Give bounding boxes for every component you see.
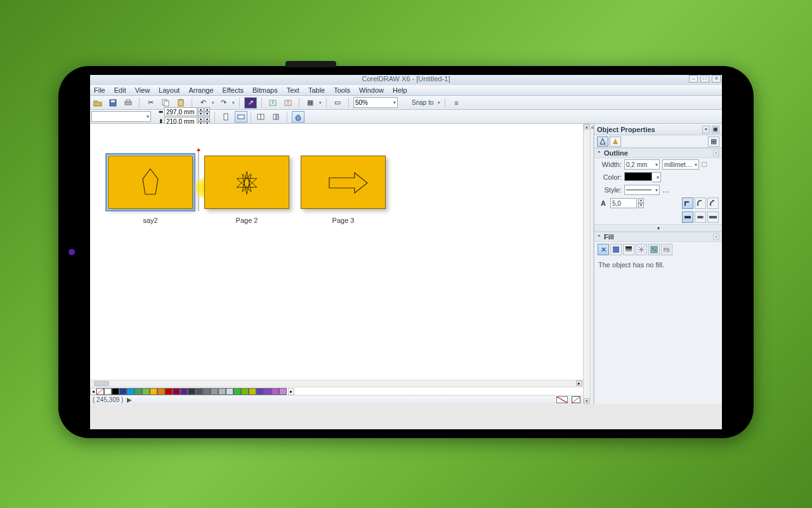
fill-uniform-button[interactable] bbox=[610, 244, 622, 255]
menu-edit[interactable]: Edit bbox=[114, 86, 126, 94]
scroll-up-button[interactable]: ▴ bbox=[584, 124, 589, 130]
menu-arrange[interactable]: Arrange bbox=[188, 86, 213, 94]
palette-swatch-13[interactable] bbox=[203, 388, 211, 395]
pick-tool-button[interactable]: ➚ bbox=[244, 97, 257, 109]
palette-swatch-1[interactable] bbox=[112, 388, 119, 395]
outline-color-swatch[interactable] bbox=[624, 172, 652, 181]
fill-texture-button[interactable] bbox=[648, 244, 660, 255]
fill-none-button[interactable]: ✕ bbox=[598, 244, 609, 255]
horizontal-scrollbar[interactable]: ▸ bbox=[90, 380, 583, 387]
palette-swatch-10[interactable] bbox=[180, 388, 188, 395]
palette-swatch-14[interactable] bbox=[211, 388, 218, 395]
palette-prev-button[interactable]: ◂ bbox=[90, 388, 96, 395]
export-button[interactable] bbox=[282, 97, 294, 109]
tab-outline[interactable] bbox=[597, 137, 608, 147]
page-width-spinner[interactable]: ▴▾ bbox=[198, 107, 204, 116]
page-label-3[interactable]: Page 3 bbox=[301, 217, 386, 224]
fill-postscript-button[interactable]: PS bbox=[661, 244, 672, 255]
fill-pattern-button[interactable] bbox=[636, 244, 647, 255]
palette-swatch-9[interactable] bbox=[173, 388, 180, 395]
page-label-2[interactable]: Page 2 bbox=[204, 217, 289, 224]
menu-layout[interactable]: Layout bbox=[159, 86, 180, 94]
minimize-button[interactable]: – bbox=[689, 75, 698, 83]
cut-button[interactable]: ✂ bbox=[144, 97, 157, 109]
fullscreen-button[interactable]: ▭ bbox=[331, 97, 344, 109]
publish-button[interactable]: ▦ bbox=[304, 97, 317, 109]
miter-limit-input[interactable]: 5,0 bbox=[610, 198, 637, 208]
section-fill[interactable]: ⌃Fill• bbox=[594, 232, 722, 242]
palette-swatch-4[interactable] bbox=[134, 388, 142, 395]
palette-swatch-23[interactable] bbox=[279, 388, 287, 395]
outline-style-combo[interactable]: ▾ bbox=[624, 185, 660, 195]
status-play-icon[interactable]: ▶ bbox=[127, 396, 132, 403]
menu-window[interactable]: Window bbox=[359, 86, 384, 94]
landscape-button[interactable] bbox=[235, 111, 247, 123]
tab-fill[interactable] bbox=[610, 137, 621, 147]
outline-style-more[interactable]: … bbox=[662, 186, 669, 194]
page-thumb-2[interactable] bbox=[204, 156, 289, 209]
paste-button[interactable] bbox=[174, 97, 187, 109]
print-button[interactable] bbox=[122, 97, 134, 109]
palette-swatch-8[interactable] bbox=[165, 388, 173, 395]
corner-bevel-button[interactable] bbox=[707, 197, 719, 209]
palette-swatch-6[interactable] bbox=[150, 388, 157, 395]
menu-bitmaps[interactable]: Bitmaps bbox=[252, 86, 278, 94]
palette-swatch-18[interactable] bbox=[241, 388, 249, 395]
portrait-button[interactable] bbox=[219, 111, 232, 123]
close-button[interactable]: ✕ bbox=[712, 75, 721, 83]
page-label-1[interactable]: say2 bbox=[108, 217, 193, 224]
palette-swatch-3[interactable] bbox=[127, 388, 134, 395]
corner-miter-button[interactable] bbox=[682, 197, 693, 209]
options-button[interactable]: ≡ bbox=[450, 97, 462, 109]
undo-button[interactable]: ↶ bbox=[197, 97, 209, 109]
palette-swatch-12[interactable] bbox=[195, 388, 203, 395]
scroll-right-button[interactable]: ▸ bbox=[576, 380, 582, 386]
cap-flat-button[interactable] bbox=[682, 211, 693, 223]
panel-menu-button[interactable]: ▣ bbox=[712, 126, 719, 133]
redo-button[interactable]: ↷ bbox=[217, 97, 230, 109]
menu-text[interactable]: Text bbox=[287, 86, 299, 94]
corner-round-button[interactable] bbox=[695, 197, 706, 209]
outline-width-combo[interactable]: 0,2 mm▾ bbox=[624, 159, 660, 170]
copy-button[interactable] bbox=[159, 97, 172, 109]
palette-next-button[interactable]: ▸ bbox=[288, 388, 294, 395]
page-width-input[interactable]: 297,0 mm bbox=[164, 107, 197, 116]
vertical-scrollbar[interactable]: ▴ ▾ bbox=[583, 124, 590, 404]
menu-effects[interactable]: Effects bbox=[223, 86, 244, 94]
menu-help[interactable]: Help bbox=[393, 86, 407, 94]
palette-swatch-11[interactable] bbox=[188, 388, 195, 395]
import-button[interactable] bbox=[266, 97, 279, 109]
save-button[interactable] bbox=[107, 97, 119, 109]
palette-swatch-20[interactable] bbox=[256, 388, 264, 395]
zoom-combo[interactable]: 50%▾ bbox=[353, 97, 398, 108]
cap-round-button[interactable] bbox=[695, 211, 706, 223]
outline-unit-combo[interactable]: millimet…▾ bbox=[662, 159, 699, 170]
section-outline[interactable]: ⌃Outline• bbox=[594, 148, 722, 158]
menu-table[interactable]: Table bbox=[308, 86, 325, 94]
page-width-nudge[interactable]: ▴▾ bbox=[204, 107, 210, 116]
miter-spinner[interactable]: ▴▾ bbox=[638, 198, 644, 208]
menu-file[interactable]: File bbox=[94, 86, 105, 94]
page-thumb-1[interactable] bbox=[108, 156, 193, 209]
palette-swatch-21[interactable] bbox=[264, 388, 272, 395]
object-properties-header[interactable]: Object Properties »▣ bbox=[594, 124, 722, 135]
page-sorter-canvas[interactable]: say2 ↖ Page 2 bbox=[90, 124, 583, 404]
all-pages-button[interactable] bbox=[254, 111, 267, 123]
palette-swatch-19[interactable] bbox=[249, 388, 256, 395]
palette-swatch-0[interactable] bbox=[104, 388, 112, 395]
menu-tools[interactable]: Tools bbox=[334, 86, 350, 94]
outline-expander[interactable]: ▾ bbox=[594, 224, 722, 232]
dock-splitter[interactable] bbox=[590, 124, 594, 404]
tab-pin-button[interactable]: ▦ bbox=[708, 137, 719, 147]
treat-as-filled-button[interactable] bbox=[292, 111, 304, 123]
palette-swatch-7[interactable] bbox=[157, 388, 165, 395]
scrollbar-thumb[interactable] bbox=[94, 381, 109, 386]
outline-color-dropdown[interactable]: ▾ bbox=[652, 172, 661, 182]
page-thumb-3[interactable] bbox=[301, 156, 386, 209]
cap-square-button[interactable] bbox=[707, 211, 719, 223]
page-size-combo[interactable]: ▾ bbox=[91, 111, 151, 122]
palette-swatch-2[interactable] bbox=[119, 388, 127, 395]
current-page-button[interactable] bbox=[270, 111, 282, 123]
outline-width-lock[interactable] bbox=[702, 162, 707, 167]
palette-swatch-16[interactable] bbox=[226, 388, 233, 395]
